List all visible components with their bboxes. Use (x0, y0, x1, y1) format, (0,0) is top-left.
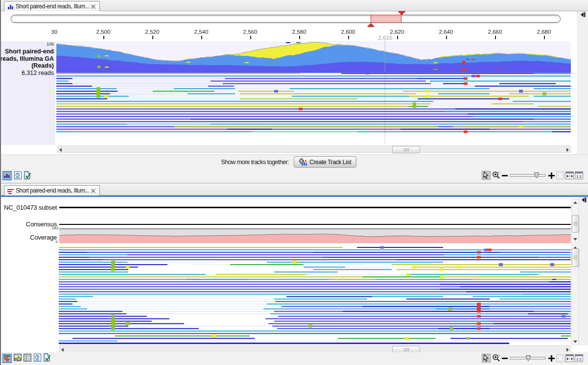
svg-text:1:1: 1:1 (576, 357, 582, 362)
svg-text:1:1: 1:1 (576, 174, 582, 179)
